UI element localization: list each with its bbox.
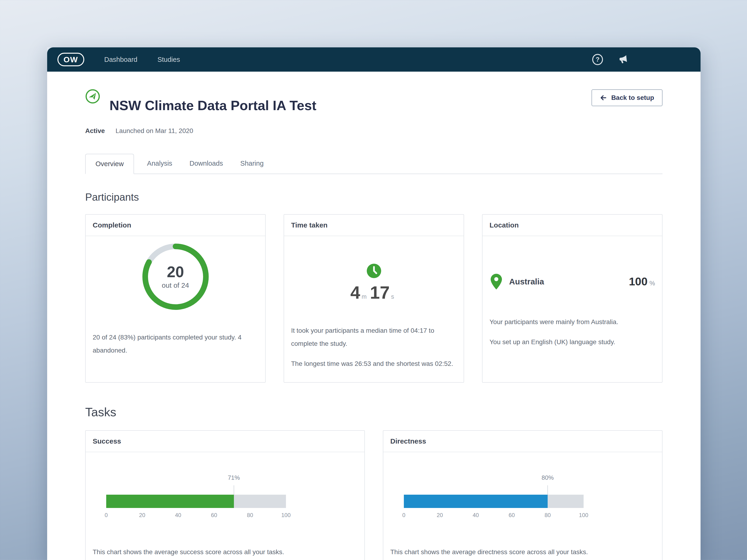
bar-value-label: 80% xyxy=(542,474,554,481)
location-card-title: Location xyxy=(483,215,662,236)
time-taken-card-title: Time taken xyxy=(284,215,464,236)
back-button-label: Back to setup xyxy=(611,94,654,102)
directness-card-title: Directness xyxy=(383,431,662,452)
axis-ticks: 0 20 40 60 80 100 xyxy=(404,512,584,519)
completion-card: Completion 20 out of 24 xyxy=(85,214,266,383)
bar-marker-line xyxy=(234,485,234,495)
participants-heading: Participants xyxy=(85,191,663,203)
app-window: OW Dashboard Studies ? NSW Climate Data … xyxy=(47,47,700,560)
time-seconds-unit: s xyxy=(391,293,394,300)
location-country: Australia xyxy=(509,277,544,286)
megaphone-icon[interactable] xyxy=(617,54,628,65)
time-minutes-unit: m xyxy=(362,293,367,300)
tab-sharing[interactable]: Sharing xyxy=(233,154,271,174)
tick-0: 0 xyxy=(105,512,108,518)
completion-description: 20 of 24 (83%) participants completed yo… xyxy=(93,331,258,357)
axis-ticks: 0 20 40 60 80 100 xyxy=(106,512,286,519)
ow-logo[interactable]: OW xyxy=(57,53,84,66)
launched-date: Launched on Mar 11, 2020 xyxy=(115,127,193,135)
location-percent: 100 xyxy=(629,275,648,288)
location-card: Location Australia 100 % xyxy=(482,214,663,383)
tick-20: 20 xyxy=(139,512,146,518)
top-navbar: OW Dashboard Studies ? xyxy=(47,47,700,72)
time-minutes: 4 xyxy=(351,282,360,303)
page-title: NSW Climate Data Portal IA Test xyxy=(109,98,316,113)
tick-80: 80 xyxy=(247,512,253,518)
tab-downloads[interactable]: Downloads xyxy=(183,154,230,174)
tick-40: 40 xyxy=(473,512,479,518)
median-time-value: 4 m 17 s xyxy=(351,282,397,303)
time-description-1: It took your participants a median time … xyxy=(291,324,457,350)
success-card-title: Success xyxy=(86,431,364,452)
tasks-cards: Success 71% 0 20 40 60 80 xyxy=(85,430,663,560)
page-content: NSW Climate Data Portal IA Test Back to … xyxy=(47,72,700,560)
tab-analysis[interactable]: Analysis xyxy=(140,154,179,174)
location-percent-unit: % xyxy=(649,280,655,287)
tick-40: 40 xyxy=(175,512,181,518)
tasks-heading: Tasks xyxy=(85,405,663,419)
time-seconds: 17 xyxy=(370,282,390,303)
location-description-2: You set up an English (UK) language stud… xyxy=(490,336,655,349)
time-taken-card: Time taken 4 m 17 s xyxy=(284,214,464,383)
task-card-success: Success 71% 0 20 40 60 80 xyxy=(85,430,365,560)
location-row: Australia 100 % xyxy=(490,273,655,290)
nav-icons: ? xyxy=(592,54,700,65)
bar-fill xyxy=(106,495,234,508)
tab-bar: Overview Analysis Downloads Sharing xyxy=(85,154,663,174)
time-description-2: The longest time was 26:53 and the short… xyxy=(291,357,457,370)
title-row: NSW Climate Data Portal IA Test Back to … xyxy=(85,72,663,122)
tick-60: 60 xyxy=(509,512,515,518)
directness-description-1: This chart shows the average directness … xyxy=(390,545,655,559)
success-bar-chart: 71% 0 20 40 60 80 100 xyxy=(106,471,286,521)
tick-100: 100 xyxy=(579,512,588,518)
bar-track xyxy=(404,495,584,508)
bar-fill xyxy=(404,495,548,508)
task-card-directness: Directness 80% 0 20 40 60 80 xyxy=(383,430,663,560)
tick-100: 100 xyxy=(281,512,291,518)
tick-20: 20 xyxy=(437,512,443,518)
map-pin-icon xyxy=(490,273,503,290)
clock-icon xyxy=(367,264,381,278)
bar-track xyxy=(106,495,286,508)
participants-cards: Completion 20 out of 24 xyxy=(85,214,663,383)
tick-0: 0 xyxy=(402,512,405,518)
help-icon[interactable]: ? xyxy=(592,54,603,65)
success-description-1: This chart shows the average success sco… xyxy=(93,545,357,559)
status-badge: Active xyxy=(85,127,105,135)
bar-marker-line xyxy=(547,485,548,495)
tick-80: 80 xyxy=(545,512,551,518)
bar-value-label: 71% xyxy=(228,474,240,481)
completion-sub-label: out of 24 xyxy=(162,282,189,289)
nav-links: Dashboard Studies xyxy=(104,56,180,63)
tick-60: 60 xyxy=(211,512,217,518)
directness-bar-chart: 80% 0 20 40 60 80 100 xyxy=(404,471,584,521)
completion-donut-chart: 20 out of 24 xyxy=(140,242,211,312)
tab-overview[interactable]: Overview xyxy=(85,154,134,174)
nav-link-studies[interactable]: Studies xyxy=(157,56,180,63)
location-description-1: Your participants were mainly from Austr… xyxy=(490,316,655,328)
nav-link-dashboard[interactable]: Dashboard xyxy=(104,56,137,63)
completion-value: 20 xyxy=(167,264,184,279)
back-to-setup-button[interactable]: Back to setup xyxy=(592,89,663,106)
status-row: Active Launched on Mar 11, 2020 xyxy=(85,127,663,135)
study-paper-plane-icon xyxy=(85,89,100,104)
back-arrow-icon xyxy=(600,94,607,101)
completion-card-title: Completion xyxy=(86,215,265,236)
